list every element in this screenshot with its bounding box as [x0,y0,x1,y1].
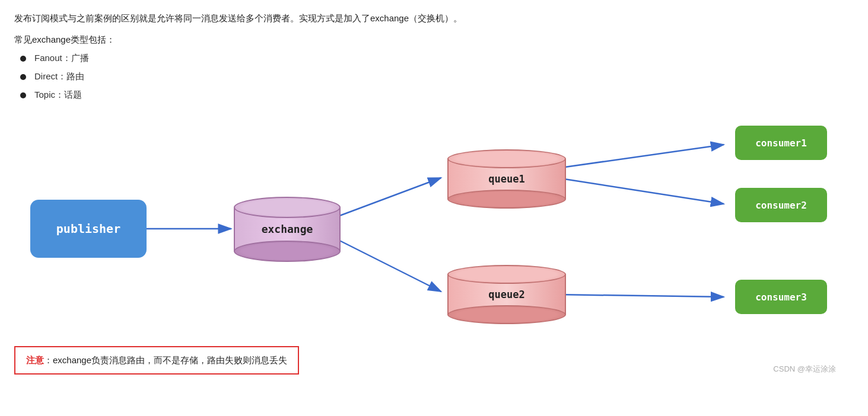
consumer3-box: consumer3 [735,280,827,314]
list-item: Topic：话题 [20,89,854,101]
consumer2-label: consumer2 [755,200,807,211]
q-bottom [447,305,566,324]
svg-line-6 [557,295,724,297]
publisher-label: publisher [56,222,120,236]
bullet-dot [20,56,26,62]
q-top [447,149,566,168]
bullet-label: Direct：路由 [34,71,84,82]
bullet-label: Fanout：广播 [34,53,89,64]
svg-line-3 [335,238,441,292]
consumer1-box: consumer1 [735,126,827,160]
csdn-attribution: CSDN @幸运涂涂 [773,364,836,375]
consumer1-label: consumer1 [755,137,807,149]
cyl-bottom [234,241,341,262]
bullet-dot [20,74,26,80]
note-box: 注意：exchange负责消息路由，而不是存储，路由失败则消息丢失 [14,346,299,375]
diagram: publisher exchange queue1 queue2 consume… [14,108,854,339]
bullet-label: Topic：话题 [34,89,82,101]
q-top [447,265,566,284]
queue1-label: queue1 [447,168,566,190]
list-item: Direct：路由 [20,71,854,82]
svg-line-5 [557,178,724,204]
q-bottom [447,190,566,209]
note-prefix: 注意 [26,355,44,365]
consumer2-box: consumer2 [735,188,827,222]
list-item: Fanout：广播 [20,53,854,64]
queue2-label: queue2 [447,284,566,305]
queue1-cylinder: queue1 [447,149,566,209]
consumer3-label: consumer3 [755,292,807,303]
svg-line-4 [557,145,724,168]
exchange-cylinder: exchange [234,197,341,262]
intro-paragraph: 发布订阅模式与之前案例的区别就是允许将同一消息发送给多个消费者。实现方式是加入了… [14,11,854,47]
note-text: ：exchange负责消息路由，而不是存储，路由失败则消息丢失 [44,355,287,365]
exchange-wrap: exchange [234,194,341,265]
svg-line-2 [335,178,441,217]
cyl-top [234,197,341,218]
bullet-list: Fanout：广播 Direct：路由 Topic：话题 [20,53,854,101]
footer-row: 注意：exchange负责消息路由，而不是存储，路由失败则消息丢失 CSDN @… [14,341,854,375]
queue2-cylinder: queue2 [447,265,566,324]
queue2-wrap: queue2 [447,262,566,327]
exchange-label: exchange [234,218,341,241]
bullet-dot [20,92,26,98]
queue1-wrap: queue1 [447,146,566,212]
intro-line1: 发布订阅模式与之前案例的区别就是允许将同一消息发送给多个消费者。实现方式是加入了… [14,11,854,26]
intro-line2: 常见exchange类型包括： [14,32,854,47]
publisher-box: publisher [30,200,147,258]
